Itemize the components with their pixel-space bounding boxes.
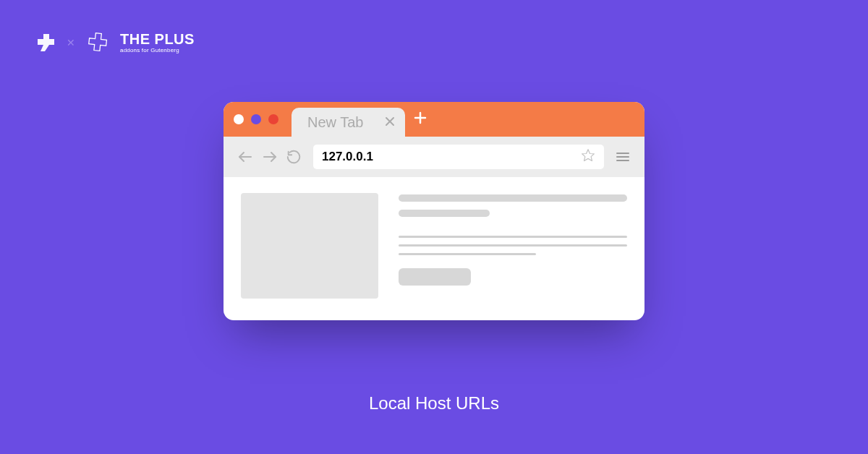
skeleton-line — [399, 244, 627, 247]
navigation-toolbar: 127.0.0.1 — [224, 137, 644, 177]
svg-marker-6 — [582, 150, 595, 161]
brand-title: THE PLUS — [120, 32, 195, 46]
browser-window: New Tab — [224, 102, 644, 320]
traffic-lights — [234, 114, 278, 124]
window-close-button[interactable] — [234, 114, 244, 124]
hamburger-menu-button[interactable] — [614, 148, 631, 166]
address-bar[interactable]: 127.0.0.1 — [313, 145, 604, 169]
reload-button[interactable] — [286, 149, 302, 165]
skeleton-button — [399, 268, 471, 286]
skeleton-image — [241, 193, 378, 299]
skeleton-line — [399, 253, 536, 255]
titlebar: New Tab — [224, 102, 644, 137]
forward-button[interactable] — [261, 148, 278, 166]
page-caption: Local Host URLs — [0, 393, 868, 414]
skeleton-line — [399, 210, 490, 217]
back-button[interactable] — [237, 148, 254, 166]
address-text: 127.0.0.1 — [322, 150, 581, 164]
window-maximize-button[interactable] — [268, 114, 278, 124]
brand-mark-icon — [35, 32, 56, 53]
new-tab-button[interactable] — [414, 111, 427, 127]
close-icon[interactable] — [385, 115, 395, 130]
window-minimize-button[interactable] — [251, 114, 261, 124]
page-content — [224, 177, 644, 320]
tab-label: New Tab — [307, 114, 363, 131]
brand-separator: ✕ — [67, 37, 75, 48]
plus-outline-icon — [85, 30, 110, 55]
browser-tab[interactable]: New Tab — [292, 108, 405, 137]
brand-subtitle: addons for Gutenberg — [120, 47, 195, 53]
skeleton-line — [399, 194, 627, 202]
brand-text: THE PLUS addons for Gutenberg — [120, 32, 195, 53]
star-icon[interactable] — [581, 148, 595, 166]
brand-header: ✕ THE PLUS addons for Gutenberg — [35, 30, 195, 55]
skeleton-text-block — [399, 193, 627, 299]
skeleton-line — [399, 236, 627, 238]
